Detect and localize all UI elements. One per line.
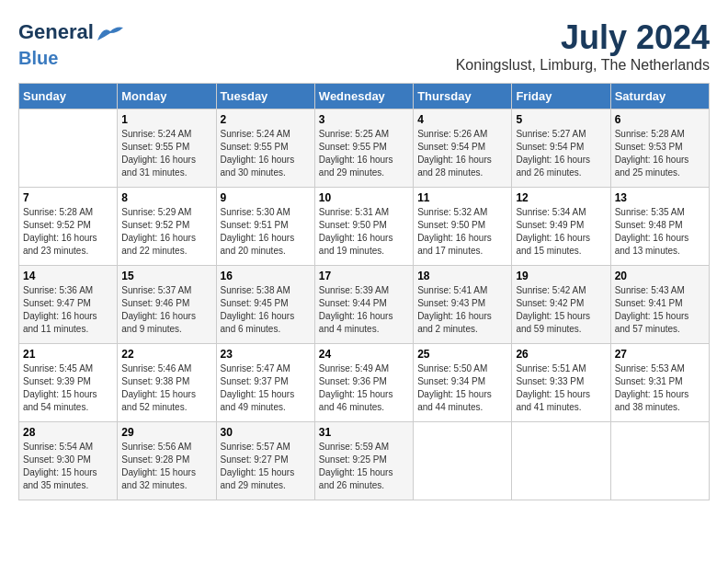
calendar-cell: 5 Sunrise: 5:27 AMSunset: 9:54 PMDayligh…	[512, 109, 610, 188]
calendar-cell: 4 Sunrise: 5:26 AMSunset: 9:54 PMDayligh…	[414, 109, 512, 188]
day-info: Sunrise: 5:34 AMSunset: 9:49 PMDaylight:…	[516, 206, 606, 258]
day-number: 26	[516, 348, 606, 361]
calendar-cell: 20 Sunrise: 5:43 AMSunset: 9:41 PMDaylig…	[610, 266, 709, 344]
calendar-cell: 24 Sunrise: 5:49 AMSunset: 9:36 PMDaylig…	[314, 344, 413, 422]
calendar-cell: 13 Sunrise: 5:35 AMSunset: 9:48 PMDaylig…	[610, 188, 709, 266]
day-info: Sunrise: 5:25 AMSunset: 9:55 PMDaylight:…	[319, 128, 409, 179]
calendar-week-row: 7 Sunrise: 5:28 AMSunset: 9:52 PMDayligh…	[19, 188, 710, 266]
calendar-cell: 30 Sunrise: 5:57 AMSunset: 9:27 PMDaylig…	[216, 422, 314, 500]
calendar-cell: 3 Sunrise: 5:25 AMSunset: 9:55 PMDayligh…	[314, 109, 413, 188]
day-number: 8	[121, 191, 211, 204]
day-number: 25	[417, 348, 507, 361]
day-info: Sunrise: 5:27 AMSunset: 9:54 PMDaylight:…	[516, 128, 606, 179]
column-header-thursday: Thursday	[414, 84, 512, 109]
day-info: Sunrise: 5:57 AMSunset: 9:27 PMDaylight:…	[221, 441, 311, 492]
column-header-friday: Friday	[512, 84, 610, 109]
calendar-week-row: 21 Sunrise: 5:45 AMSunset: 9:39 PMDaylig…	[19, 344, 710, 422]
day-number: 6	[615, 113, 705, 126]
logo-blue: Blue	[18, 48, 125, 68]
calendar-cell	[414, 422, 512, 500]
day-number: 20	[615, 270, 705, 282]
calendar-cell: 10 Sunrise: 5:31 AMSunset: 9:50 PMDaylig…	[314, 188, 413, 266]
day-info: Sunrise: 5:28 AMSunset: 9:52 PMDaylight:…	[23, 206, 113, 258]
calendar-week-row: 1 Sunrise: 5:24 AMSunset: 9:55 PMDayligh…	[19, 109, 710, 188]
column-header-monday: Monday	[118, 84, 216, 109]
calendar-cell: 1 Sunrise: 5:24 AMSunset: 9:55 PMDayligh…	[118, 109, 216, 188]
day-info: Sunrise: 5:42 AMSunset: 9:42 PMDaylight:…	[516, 284, 606, 336]
day-info: Sunrise: 5:26 AMSunset: 9:54 PMDaylight:…	[417, 128, 507, 179]
day-info: Sunrise: 5:46 AMSunset: 9:38 PMDaylight:…	[121, 362, 211, 414]
calendar-cell: 8 Sunrise: 5:29 AMSunset: 9:52 PMDayligh…	[118, 188, 216, 266]
calendar-cell: 14 Sunrise: 5:36 AMSunset: 9:47 PMDaylig…	[19, 266, 118, 344]
day-info: Sunrise: 5:36 AMSunset: 9:47 PMDaylight:…	[23, 284, 113, 336]
day-number: 12	[516, 191, 606, 204]
day-number: 27	[615, 348, 705, 361]
column-header-wednesday: Wednesday	[314, 84, 413, 109]
day-number: 1	[121, 113, 211, 126]
logo: General Blue	[18, 18, 125, 68]
day-number: 21	[23, 348, 113, 361]
calendar-cell: 23 Sunrise: 5:47 AMSunset: 9:37 PMDaylig…	[216, 344, 314, 422]
calendar-week-row: 14 Sunrise: 5:36 AMSunset: 9:47 PMDaylig…	[19, 266, 710, 344]
day-info: Sunrise: 5:39 AMSunset: 9:44 PMDaylight:…	[319, 284, 409, 336]
day-info: Sunrise: 5:29 AMSunset: 9:52 PMDaylight:…	[121, 206, 211, 258]
calendar-table: SundayMondayTuesdayWednesdayThursdayFrid…	[18, 83, 710, 500]
calendar-cell: 27 Sunrise: 5:53 AMSunset: 9:31 PMDaylig…	[610, 344, 709, 422]
day-number: 4	[417, 113, 507, 126]
column-header-sunday: Sunday	[19, 84, 118, 109]
column-header-saturday: Saturday	[610, 84, 709, 109]
day-info: Sunrise: 5:49 AMSunset: 9:36 PMDaylight:…	[319, 362, 409, 414]
day-number: 2	[221, 113, 311, 126]
calendar-cell: 28 Sunrise: 5:54 AMSunset: 9:30 PMDaylig…	[19, 422, 118, 500]
day-info: Sunrise: 5:54 AMSunset: 9:30 PMDaylight:…	[23, 441, 113, 492]
calendar-cell: 21 Sunrise: 5:45 AMSunset: 9:39 PMDaylig…	[19, 344, 118, 422]
day-info: Sunrise: 5:30 AMSunset: 9:51 PMDaylight:…	[221, 206, 311, 258]
day-number: 14	[23, 270, 113, 282]
calendar-cell	[610, 422, 709, 500]
day-number: 17	[319, 270, 409, 282]
calendar-cell: 29 Sunrise: 5:56 AMSunset: 9:28 PMDaylig…	[118, 422, 216, 500]
logo-text: General	[18, 18, 125, 48]
day-info: Sunrise: 5:38 AMSunset: 9:45 PMDaylight:…	[221, 284, 311, 336]
day-number: 13	[615, 191, 705, 204]
day-number: 23	[221, 348, 311, 361]
day-number: 29	[121, 426, 211, 439]
location-subtitle: Koningslust, Limburg, The Netherlands	[456, 57, 710, 74]
calendar-cell: 7 Sunrise: 5:28 AMSunset: 9:52 PMDayligh…	[19, 188, 118, 266]
day-info: Sunrise: 5:47 AMSunset: 9:37 PMDaylight:…	[221, 362, 311, 414]
day-info: Sunrise: 5:59 AMSunset: 9:25 PMDaylight:…	[319, 441, 409, 492]
page-header: General Blue July 2024 Koningslust, Limb…	[18, 18, 710, 74]
day-info: Sunrise: 5:53 AMSunset: 9:31 PMDaylight:…	[615, 362, 705, 414]
day-info: Sunrise: 5:43 AMSunset: 9:41 PMDaylight:…	[615, 284, 705, 336]
day-number: 18	[417, 270, 507, 282]
calendar-cell: 26 Sunrise: 5:51 AMSunset: 9:33 PMDaylig…	[512, 344, 610, 422]
calendar-cell: 15 Sunrise: 5:37 AMSunset: 9:46 PMDaylig…	[118, 266, 216, 344]
calendar-cell: 2 Sunrise: 5:24 AMSunset: 9:55 PMDayligh…	[216, 109, 314, 188]
month-year-title: July 2024	[456, 18, 710, 57]
title-block: July 2024 Koningslust, Limburg, The Neth…	[456, 18, 710, 74]
day-number: 28	[23, 426, 113, 439]
calendar-cell: 18 Sunrise: 5:41 AMSunset: 9:43 PMDaylig…	[414, 266, 512, 344]
day-info: Sunrise: 5:31 AMSunset: 9:50 PMDaylight:…	[319, 206, 409, 258]
day-number: 16	[221, 270, 311, 282]
calendar-week-row: 28 Sunrise: 5:54 AMSunset: 9:30 PMDaylig…	[19, 422, 710, 500]
day-number: 30	[221, 426, 311, 439]
day-number: 11	[417, 191, 507, 204]
calendar-cell: 16 Sunrise: 5:38 AMSunset: 9:45 PMDaylig…	[216, 266, 314, 344]
logo-bird-icon	[96, 18, 125, 48]
day-number: 5	[516, 113, 606, 126]
day-info: Sunrise: 5:24 AMSunset: 9:55 PMDaylight:…	[121, 128, 211, 179]
day-info: Sunrise: 5:50 AMSunset: 9:34 PMDaylight:…	[417, 362, 507, 414]
day-number: 15	[121, 270, 211, 282]
calendar-cell	[512, 422, 610, 500]
day-info: Sunrise: 5:28 AMSunset: 9:53 PMDaylight:…	[615, 128, 705, 179]
calendar-cell: 25 Sunrise: 5:50 AMSunset: 9:34 PMDaylig…	[414, 344, 512, 422]
day-number: 22	[121, 348, 211, 361]
day-number: 9	[221, 191, 311, 204]
day-number: 10	[319, 191, 409, 204]
column-header-tuesday: Tuesday	[216, 84, 314, 109]
day-info: Sunrise: 5:35 AMSunset: 9:48 PMDaylight:…	[615, 206, 705, 258]
calendar-cell	[19, 109, 118, 188]
day-info: Sunrise: 5:37 AMSunset: 9:46 PMDaylight:…	[121, 284, 211, 336]
calendar-cell: 11 Sunrise: 5:32 AMSunset: 9:50 PMDaylig…	[414, 188, 512, 266]
